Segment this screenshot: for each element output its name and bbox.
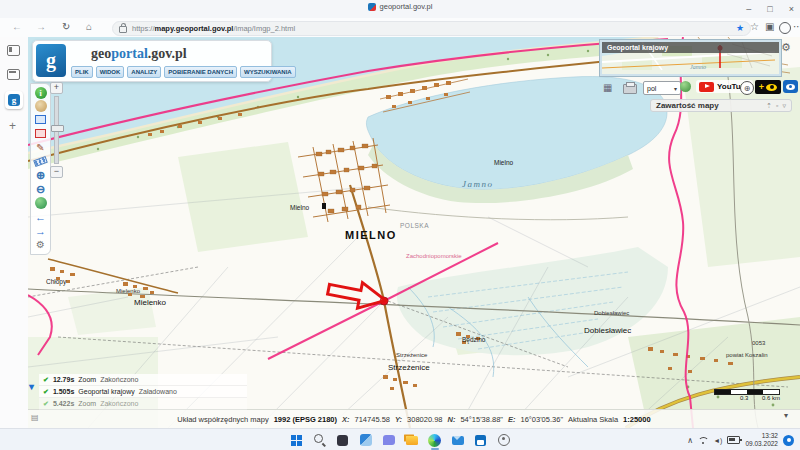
clock[interactable]: 13:32 09.03.2022	[745, 432, 778, 449]
menu-plik[interactable]: PLIK	[71, 66, 93, 78]
more-menu-icon[interactable]: ⋯	[793, 21, 800, 32]
status-log-row: 1.505sGeoportal krajowyZaładowano	[39, 386, 247, 398]
zoom-in-button[interactable]: +	[50, 82, 63, 94]
refresh-icon[interactable]: ↻	[62, 21, 70, 32]
speaker-icon[interactable]: ◄)	[713, 437, 722, 444]
site-favicon-tile[interactable]: g	[5, 91, 23, 109]
profile-avatar[interactable]	[779, 22, 791, 34]
youtube-play-icon	[699, 82, 714, 92]
map-content-panel[interactable]: Zawartość mapy ⇡ ▫ ▿	[650, 99, 792, 112]
geoportal-logo[interactable]: g	[36, 44, 66, 77]
latitude: 54°15'38.88"	[460, 415, 503, 424]
explorer-icon[interactable]	[405, 433, 419, 447]
select-blue-tool-icon[interactable]	[33, 113, 48, 126]
address-bar[interactable]: https://mapy.geoportal.gov.pl/imap/Imgp_…	[112, 21, 751, 36]
collapse-icon[interactable]: ▿	[782, 102, 786, 110]
settings-gear-icon[interactable]: ⚙	[781, 41, 791, 54]
crs-value: 1992 (EPSG 2180)	[274, 415, 337, 424]
back-icon[interactable]: ←	[12, 21, 22, 32]
zoom-slider: + −	[50, 82, 62, 178]
collections-icon[interactable]: ▣	[765, 21, 774, 32]
search-icon[interactable]	[313, 433, 327, 447]
full-extent-tool-icon[interactable]	[35, 197, 47, 209]
edge-icon[interactable]	[428, 433, 442, 447]
pan-tool-icon[interactable]	[35, 100, 47, 112]
export-grid-icon[interactable]: ▦	[603, 82, 612, 93]
new-tab-icon[interactable]: +	[9, 119, 16, 133]
wifi-icon[interactable]	[698, 437, 708, 444]
expand-icon[interactable]: ⇡	[766, 102, 772, 110]
print-icon[interactable]	[623, 84, 637, 94]
notification-icon[interactable]	[783, 435, 794, 446]
view-back-tool-icon[interactable]	[33, 210, 48, 223]
high-contrast-button[interactable]: +	[755, 80, 781, 94]
zoom-out-button[interactable]: −	[50, 166, 63, 178]
map-canvas[interactable]: MIELNOMIELNOMielnoPOLSKAZachodniopomorsk…	[28, 37, 800, 428]
bar-collapse-icon[interactable]: ▾	[784, 411, 788, 420]
people-icon[interactable]	[497, 433, 511, 447]
select-red-tool-icon[interactable]	[33, 127, 48, 140]
zoom-out-tool-icon[interactable]	[33, 183, 48, 196]
geoportal-header: g geoportal.gov.pl PLIKWIDOKANALIZYPOBIE…	[32, 40, 272, 82]
accessibility-icon[interactable]: ⊕	[740, 81, 754, 95]
windows-icon[interactable]	[290, 433, 304, 447]
scale-bar: 0.30.6 km	[714, 389, 780, 402]
eye-icon	[786, 84, 795, 90]
measure-tool-icon[interactable]	[33, 155, 48, 168]
menu-analizy[interactable]: ANALIZY	[127, 66, 161, 78]
map-toolbar	[30, 83, 51, 255]
tray-chevron-icon[interactable]: ∧	[687, 436, 693, 445]
close-button[interactable]: ×	[789, 4, 794, 14]
calendar-icon[interactable]	[474, 433, 488, 447]
favorite-star-icon[interactable]: ★	[736, 23, 744, 33]
site-title: geoportal.gov.pl	[91, 46, 187, 62]
scale-value: 1:25000	[623, 415, 651, 424]
crs-label: Układ współrzędnych mapy	[177, 415, 268, 424]
maximize-button[interactable]: □	[767, 4, 772, 14]
eye-icon	[766, 84, 777, 91]
zoom-track[interactable]	[54, 96, 59, 164]
overview-map[interactable]: Geoportal krajowy Jamno	[600, 40, 781, 76]
lock-icon	[119, 26, 127, 33]
widgets-icon[interactable]	[359, 433, 373, 447]
chat-icon[interactable]	[382, 433, 396, 447]
check-icon	[43, 388, 49, 396]
zoom-in-tool-icon[interactable]	[33, 169, 48, 182]
battery-icon[interactable]	[727, 436, 740, 444]
status-log: 12.79sZoomZakończono1.505sGeoportal kraj…	[39, 374, 247, 410]
vertical-tabs-icon[interactable]	[7, 45, 20, 56]
corner-tool-icon[interactable]: ▤	[31, 413, 39, 422]
scale-label: Aktualna Skala	[568, 415, 618, 424]
monument-icon	[322, 203, 326, 209]
forward-icon[interactable]: →	[36, 21, 46, 32]
workspaces-icon[interactable]	[7, 69, 20, 80]
settings-tool-icon[interactable]	[33, 238, 48, 251]
browser-navbar: ← → ↻ ⌂ https://mapy.geoportal.gov.pl/im…	[0, 18, 800, 38]
topographic-map	[28, 37, 800, 428]
menu-wyszukiwania[interactable]: WYSZUKIWANIA	[240, 66, 296, 78]
zoom-handle[interactable]	[51, 125, 64, 132]
home-icon[interactable]: ⌂	[86, 21, 92, 32]
help-icon[interactable]	[680, 81, 691, 92]
windows-taskbar: ∧ ◄) 13:32 09.03.2022	[0, 428, 800, 450]
taskview-icon[interactable]	[336, 433, 350, 447]
chevron-down-icon: ▾	[674, 85, 677, 92]
edge-sidebar: g +	[0, 37, 29, 428]
menu-widok[interactable]: WIDOK	[96, 66, 125, 78]
language-select[interactable]: pol▾	[643, 81, 681, 95]
identify-tool-icon[interactable]	[35, 87, 47, 99]
layer-preview-button[interactable]	[783, 80, 798, 93]
coordinate-bar: Układ współrzędnych mapy 1992 (EPSG 2180…	[28, 409, 800, 428]
menu-pobieranie-danych[interactable]: POBIERANIE DANYCH	[164, 66, 237, 78]
favorites-icon[interactable]: ☆	[750, 21, 759, 32]
minimize-button[interactable]: –	[746, 4, 751, 14]
draw-tool-icon[interactable]	[33, 141, 48, 154]
check-icon	[43, 376, 49, 384]
log-toggle-icon[interactable]: ▾	[29, 381, 34, 392]
geoportal-favicon-icon: g	[8, 94, 20, 106]
window-icon[interactable]: ▫	[776, 102, 778, 110]
mail-icon[interactable]	[451, 433, 465, 447]
main-menu: PLIKWIDOKANALIZYPOBIERANIE DANYCHWYSZUKI…	[71, 66, 296, 78]
view-forward-tool-icon[interactable]	[33, 224, 48, 237]
browser-tab[interactable]: geoportal.gov.pl	[0, 2, 800, 11]
